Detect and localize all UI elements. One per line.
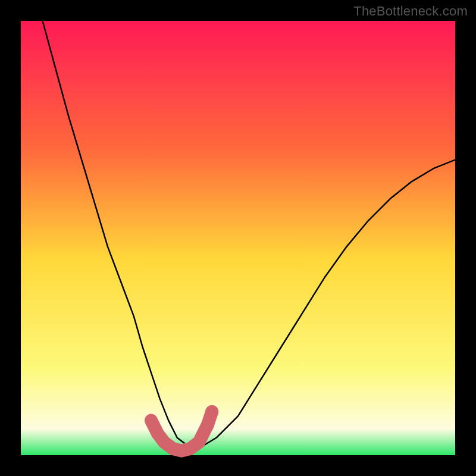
chart-stage: TheBottleneck.com [0,0,476,476]
plot-background [21,21,455,455]
chart-svg [0,0,476,476]
valley-dot [201,418,214,431]
valley-dot [205,405,218,418]
watermark-text: TheBottleneck.com [353,4,468,19]
